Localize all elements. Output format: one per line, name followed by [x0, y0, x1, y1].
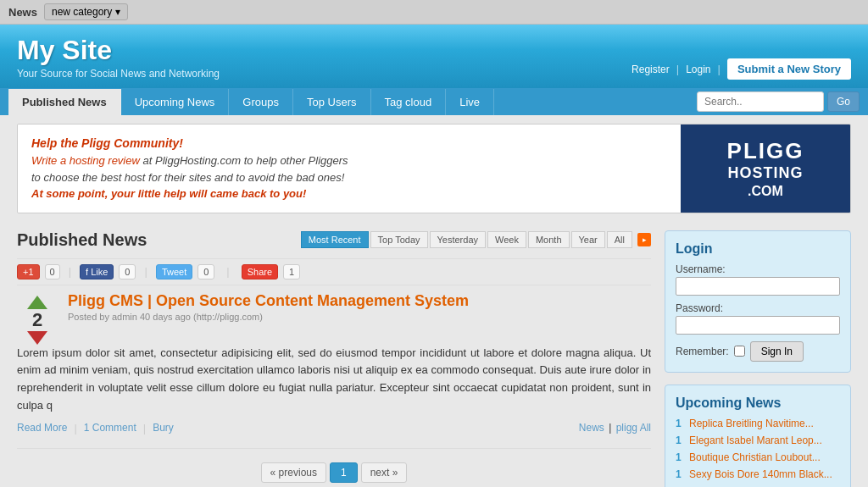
share-button[interactable]: Share: [242, 264, 278, 279]
list-item: 1 Sexy Bois Dore 140mm Black...: [676, 468, 840, 480]
go-button[interactable]: Go: [827, 91, 860, 112]
gplus-button[interactable]: +1: [17, 264, 40, 279]
vote-count: 2: [17, 311, 58, 329]
banner-body1: at PliggHosting.com to help other Pligge…: [143, 154, 348, 167]
share-label: Share: [248, 267, 272, 277]
next-button[interactable]: next »: [361, 462, 408, 483]
logo-line3: .COM: [727, 183, 804, 199]
main-layout: Published News Most Recent Top Today Yes…: [0, 222, 868, 488]
article-footer: Read More | 1 Comment | Bury News | plig…: [17, 422, 651, 434]
share-count: 1: [283, 264, 300, 279]
content-area: Published News Most Recent Top Today Yes…: [17, 222, 651, 488]
page-1-button[interactable]: 1: [330, 462, 358, 483]
filter-year[interactable]: Year: [571, 231, 605, 248]
filter-week[interactable]: Week: [487, 231, 526, 248]
rss-icon[interactable]: ▸: [637, 233, 651, 246]
fb-count: 0: [119, 264, 136, 279]
banner-headline: Help the Pligg Community!: [31, 135, 667, 152]
list-item: 1 Replica Breitling Navitime...: [676, 418, 840, 429]
search-input[interactable]: [697, 91, 824, 112]
news-tag-link[interactable]: News: [579, 422, 604, 434]
banner-cta: At some point, your little help will cam…: [31, 185, 667, 202]
filter-month[interactable]: Month: [528, 231, 570, 248]
content-header: Published News Most Recent Top Today Yes…: [17, 222, 651, 250]
login-link[interactable]: Login: [686, 64, 710, 75]
fb-button[interactable]: f Like: [80, 264, 114, 279]
header: My Site Your Source for Social News and …: [0, 25, 868, 88]
top-bar-news-label: News: [8, 6, 37, 19]
filter-yesterday[interactable]: Yesterday: [430, 231, 487, 248]
logo-line2: HOSTING: [727, 164, 804, 183]
banner-logo: PLIGG HOSTING .COM: [681, 125, 850, 213]
site-subtitle: Your Source for Social News and Networki…: [17, 68, 220, 80]
tab-live[interactable]: Live: [446, 89, 494, 115]
upcoming-link-3[interactable]: Boutique Christian Loubout...: [689, 451, 821, 463]
pagination: « previous 1 next »: [17, 448, 651, 487]
list-item: 1 Boutique Christian Loubout...: [676, 451, 840, 463]
logo-line1: PLIGG: [727, 138, 804, 164]
banner: Help the Pligg Community! Write a hostin…: [17, 124, 851, 213]
upcoming-link-4[interactable]: Sexy Bois Dore 140mm Black...: [689, 468, 832, 480]
filter-most-recent[interactable]: Most Recent: [301, 231, 369, 248]
header-actions: Register | Login | Submit a New Story: [632, 58, 851, 80]
upcoming-link-1[interactable]: Replica Breitling Navitime...: [689, 418, 814, 429]
tab-published-news[interactable]: Published News: [8, 89, 121, 115]
username-label: Username:: [676, 263, 840, 275]
pligg-all-link[interactable]: pligg All: [616, 422, 651, 434]
upcoming-num-3: 1: [676, 451, 684, 463]
list-item: 1 Elegant Isabel Marant Leop...: [676, 434, 840, 446]
sidebar: Login Username: Password: Remember: Sign…: [665, 222, 851, 488]
tab-tag-cloud[interactable]: Tag cloud: [371, 89, 447, 115]
tw-label: Tweet: [162, 267, 186, 277]
remember-label: Remember:: [676, 346, 729, 357]
top-bar: News new category ▾: [0, 0, 868, 25]
remember-row: Remember: Sign In: [676, 341, 840, 362]
filter-top-today[interactable]: Top Today: [370, 231, 428, 248]
search-area: Go: [697, 88, 860, 115]
tw-count: 0: [198, 264, 214, 279]
tab-upcoming-news[interactable]: Upcoming News: [121, 89, 230, 115]
page-title: Published News: [17, 230, 147, 250]
password-label: Password:: [676, 302, 840, 314]
login-title: Login: [676, 241, 840, 257]
vote-down-button[interactable]: [27, 331, 47, 345]
nav-bar: Published News Upcoming News Groups Top …: [0, 88, 868, 115]
password-input[interactable]: [676, 316, 840, 335]
article-title[interactable]: Pligg CMS | Open Source Content Manageme…: [68, 292, 469, 309]
banner-text: Help the Pligg Community! Write a hostin…: [18, 125, 681, 213]
tab-top-users[interactable]: Top Users: [293, 89, 371, 115]
social-row: +1 0 | f Like 0 | Tweet 0 | Share 1: [17, 258, 651, 285]
vote-box: 2: [17, 296, 58, 345]
username-input[interactable]: [676, 277, 840, 296]
banner-link[interactable]: Write a hosting review: [31, 154, 140, 167]
article-body: Lorem ipsum dolor sit amet, consectetur …: [17, 345, 651, 415]
gplus-count: 0: [45, 264, 60, 279]
bury-link[interactable]: Bury: [153, 422, 174, 434]
new-category-button[interactable]: new category ▾: [44, 3, 128, 20]
gplus-label: +1: [23, 267, 34, 277]
register-link[interactable]: Register: [632, 64, 670, 75]
upcoming-title: Upcoming News: [676, 396, 840, 411]
comments-link[interactable]: 1 Comment: [84, 422, 136, 434]
article-tags: News | pligg All: [579, 422, 651, 434]
read-more-link[interactable]: Read More: [17, 422, 67, 434]
submit-story-button[interactable]: Submit a New Story: [727, 58, 851, 80]
vote-up-button[interactable]: [27, 296, 47, 309]
filter-tabs: Most Recent Top Today Yesterday Week Mon…: [301, 231, 651, 248]
upcoming-num-4: 1: [676, 468, 684, 480]
banner-body2: to choose the best host for their sites …: [31, 169, 667, 186]
tab-groups[interactable]: Groups: [229, 89, 293, 115]
article-links: Read More | 1 Comment | Bury: [17, 422, 174, 434]
upcoming-link-2[interactable]: Elegant Isabel Marant Leop...: [689, 434, 822, 446]
previous-button[interactable]: « previous: [261, 462, 326, 483]
article: 2 Pligg CMS | Open Source Content Manage…: [17, 292, 651, 434]
banner-body: Write a hosting review at PliggHosting.c…: [31, 152, 667, 169]
sidebar-upcoming: Upcoming News 1 Replica Breitling Naviti…: [665, 385, 851, 488]
article-meta: Posted by admin 40 days ago (http://plig…: [17, 312, 651, 322]
filter-all[interactable]: All: [607, 231, 632, 248]
remember-checkbox[interactable]: [734, 346, 745, 357]
sign-in-button[interactable]: Sign In: [750, 341, 804, 362]
tw-button[interactable]: Tweet: [156, 264, 192, 279]
site-title: My Site: [17, 35, 220, 66]
nav-tabs: Published News Upcoming News Groups Top …: [8, 89, 494, 115]
